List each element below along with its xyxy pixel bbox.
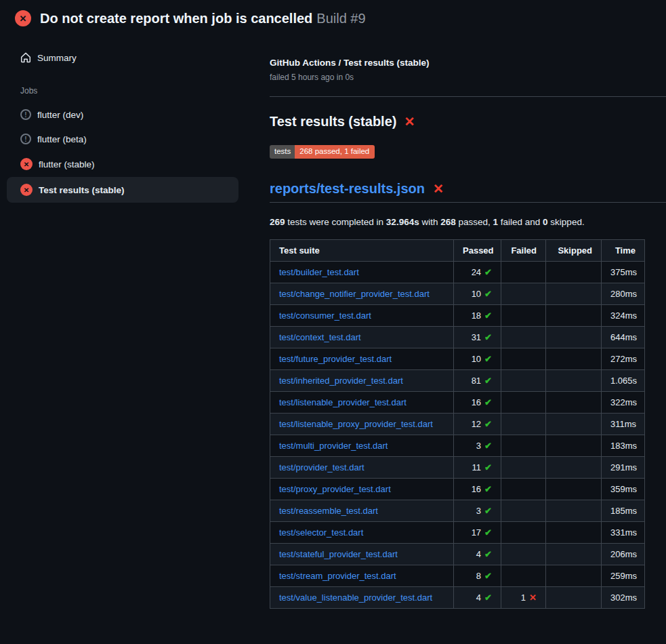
passed-cell: 4✔ [454, 543, 501, 565]
suite-cell: test/multi_provider_test.dart [270, 435, 454, 456]
check-mark-icon: ✔ [484, 549, 492, 559]
table-row: test/provider_test.dart11✔291ms [270, 456, 645, 478]
page-header: ✕ Do not create report when job is cance… [0, 0, 666, 35]
time-cell: 375ms [602, 261, 645, 283]
time-cell: 291ms [602, 456, 645, 478]
test-suite-link[interactable]: test/future_provider_test.dart [279, 354, 392, 364]
alert-circle-icon: ! [20, 109, 31, 120]
job-label: flutter (beta) [37, 134, 87, 144]
check-mark-icon: ✔ [484, 506, 492, 516]
failed-cell [501, 391, 546, 413]
test-suite-link[interactable]: test/value_listenable_provider_test.dart [279, 592, 432, 603]
time-cell: 311ms [602, 413, 645, 435]
skipped-cell [546, 456, 602, 478]
failed-cell [501, 478, 546, 500]
test-suite-link[interactable]: test/stream_provider_test.dart [279, 571, 396, 581]
column-header: Failed [501, 239, 546, 261]
suite-cell: test/consumer_test.dart [270, 304, 454, 326]
table-row: test/value_listenable_provider_test.dart… [270, 586, 645, 608]
column-header: Passed [454, 239, 501, 261]
test-suite-link[interactable]: test/consumer_test.dart [279, 310, 371, 321]
failed-cell [501, 565, 546, 586]
skipped-cell [546, 586, 602, 608]
time-cell: 183ms [602, 435, 645, 456]
passed-cell: 10✔ [454, 283, 501, 304]
suite-cell: test/provider_test.dart [270, 456, 454, 478]
test-suite-link[interactable]: test/selector_test.dart [279, 527, 363, 538]
passed-cell: 3✔ [454, 500, 501, 521]
skipped-cell [546, 348, 602, 369]
suite-cell: test/context_test.dart [270, 326, 454, 348]
jobs-section-label: Jobs [20, 86, 238, 96]
job-label: flutter (stable) [39, 159, 95, 169]
skipped-cell [546, 304, 602, 326]
skipped-cell [546, 283, 602, 304]
sidebar-job-item[interactable]: ✕Test results (stable) [7, 177, 238, 203]
sidebar-summary-label: Summary [37, 53, 77, 63]
suite-cell: test/stateful_provider_test.dart [270, 543, 454, 565]
table-row: test/listenable_provider_test.dart16✔322… [270, 391, 645, 413]
check-mark-icon: ✔ [484, 376, 492, 386]
time-cell: 302ms [602, 586, 645, 608]
table-row: test/multi_provider_test.dart3✔183ms [270, 435, 645, 456]
section-title: Test results (stable) ✕ [270, 114, 666, 129]
test-suite-link[interactable]: test/builder_test.dart [279, 267, 359, 277]
test-suite-link[interactable]: test/inherited_provider_test.dart [279, 376, 403, 386]
failed-cell: 1✕ [501, 586, 546, 608]
test-suite-link[interactable]: test/proxy_provider_test.dart [279, 484, 391, 494]
check-mark-icon: ✔ [484, 310, 492, 321]
job-label: Test results (stable) [39, 185, 125, 195]
column-header: Test suite [270, 239, 454, 261]
sidebar-item-summary[interactable]: Summary [7, 45, 238, 70]
test-suite-link[interactable]: test/reassemble_test.dart [279, 506, 378, 516]
passed-cell: 16✔ [454, 478, 501, 500]
test-suite-link[interactable]: test/stateful_provider_test.dart [279, 549, 398, 559]
cross-mark-icon: ✕ [404, 115, 415, 128]
test-suite-link[interactable]: test/listenable_provider_test.dart [279, 397, 407, 407]
time-cell: 272ms [602, 348, 645, 369]
passed-cell: 31✔ [454, 326, 501, 348]
suite-cell: test/listenable_provider_test.dart [270, 391, 454, 413]
test-results-table: Test suitePassedFailedSkippedTime test/b… [270, 239, 645, 609]
check-mark-icon: ✔ [484, 484, 492, 494]
passed-cell: 4✔ [454, 586, 501, 608]
test-suite-link[interactable]: test/listenable_proxy_provider_test.dart [279, 419, 433, 429]
sidebar-job-item[interactable]: !flutter (dev) [7, 102, 238, 127]
suite-cell: test/proxy_provider_test.dart [270, 478, 454, 500]
passed-cell: 12✔ [454, 413, 501, 435]
skipped-cell [546, 521, 602, 543]
run-title: Do not create report when job is cancell… [40, 11, 312, 26]
test-suite-link[interactable]: test/context_test.dart [279, 332, 361, 342]
test-suite-link[interactable]: test/multi_provider_test.dart [279, 441, 388, 451]
check-mark-icon: ✔ [484, 441, 492, 451]
sidebar-job-item[interactable]: !flutter (beta) [7, 127, 238, 151]
table-row: test/stateful_provider_test.dart4✔206ms [270, 543, 645, 565]
x-circle-fill-icon: ✕ [20, 184, 33, 196]
report-file-link[interactable]: reports/test-results.json [270, 181, 425, 197]
skipped-cell [546, 369, 602, 391]
summary-text: 269 tests were completed in 32.964s with… [270, 217, 666, 227]
passed-cell: 17✔ [454, 521, 501, 543]
failed-cell [501, 521, 546, 543]
time-cell: 1.065s [602, 369, 645, 391]
breadcrumb: GitHub Actions / Test results (stable) [270, 58, 666, 68]
test-suite-link[interactable]: test/change_notifier_provider_test.dart [279, 289, 430, 299]
failed-cell [501, 283, 546, 304]
failed-cell [501, 369, 546, 391]
check-mark-icon: ✔ [484, 462, 492, 472]
job-label: flutter (dev) [37, 110, 83, 120]
suite-cell: test/value_listenable_provider_test.dart [270, 586, 454, 608]
time-cell: 322ms [602, 391, 645, 413]
run-status-text: failed 5 hours ago in 0s [270, 73, 666, 82]
test-suite-link[interactable]: test/provider_test.dart [279, 462, 365, 472]
passed-cell: 3✔ [454, 435, 501, 456]
passed-cell: 8✔ [454, 565, 501, 586]
time-cell: 185ms [602, 500, 645, 521]
cross-mark-icon: ✕ [433, 182, 444, 195]
check-mark-icon: ✔ [484, 571, 492, 581]
skipped-cell [546, 413, 602, 435]
check-mark-icon: ✔ [484, 419, 492, 429]
suite-cell: test/listenable_proxy_provider_test.dart [270, 413, 454, 435]
suite-cell: test/builder_test.dart [270, 261, 454, 283]
sidebar-job-item[interactable]: ✕flutter (stable) [7, 151, 238, 177]
